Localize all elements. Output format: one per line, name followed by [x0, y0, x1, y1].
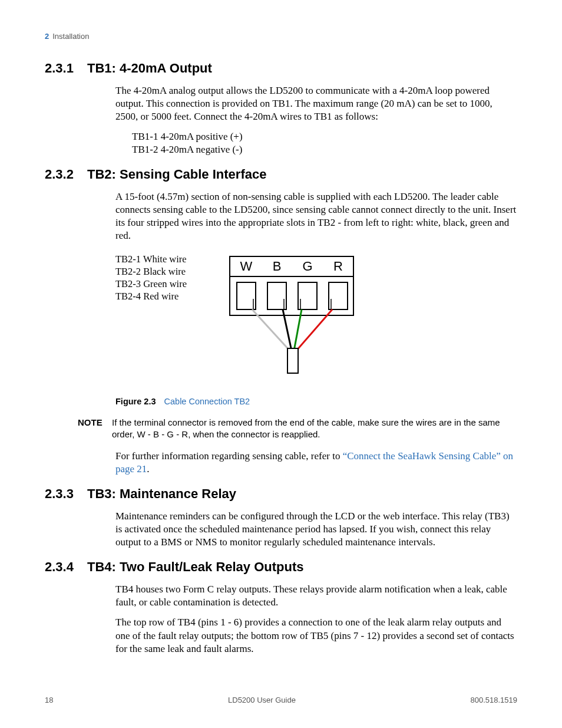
page-number: 18: [45, 696, 53, 704]
text-run: .: [147, 463, 149, 475]
section-heading: 2.3.3 TB3: Maintenance Relay: [45, 486, 517, 502]
section-heading: 2.3.2 TB2: Sensing Cable Interface: [45, 167, 517, 182]
body-text: The 4-20mA analog output allows the LD52…: [115, 84, 517, 156]
list-item: TB2-1 White wire: [115, 253, 216, 265]
section-231: 2.3.1 TB1: 4-20mA Output The 4-20mA anal…: [45, 61, 517, 156]
svg-rect-3: [267, 282, 286, 309]
paragraph: The 4-20mA analog output allows the LD52…: [115, 84, 517, 123]
section-title: TB3: Maintenance Relay: [87, 486, 517, 502]
note-body: If the terminal connector is removed fro…: [112, 417, 517, 440]
body-text: For further information regarding sensin…: [115, 450, 517, 476]
footer-right: 800.518.1519: [470, 696, 517, 704]
chapter-number: 2: [45, 32, 49, 41]
figure-number: Figure 2.3: [115, 397, 156, 406]
section-title: TB4: Two Fault/Leak Relay Outputs: [87, 559, 517, 575]
body-text: TB4 houses two Form C relay outputs. The…: [115, 583, 517, 655]
section-number: 2.3.1: [45, 61, 87, 76]
section-title: TB1: 4-20mA Output: [87, 61, 517, 76]
diagram-label-g: G: [302, 259, 312, 274]
svg-rect-2: [237, 282, 256, 309]
list-item: TB1-2 4-20mA negative (-): [132, 143, 517, 156]
list-item: TB2-4 Red wire: [115, 290, 216, 302]
pin-list: TB1-1 4-20mA positive (+) TB1-2 4-20mA n…: [132, 130, 517, 156]
note-block: NOTE If the terminal connector is remove…: [78, 417, 517, 440]
wire-list: TB2-1 White wire TB2-2 Black wire TB2-3 …: [115, 253, 216, 302]
tb2-row: TB2-1 White wire TB2-2 Black wire TB2-3 …: [115, 253, 517, 379]
section-title: TB2: Sensing Cable Interface: [87, 167, 517, 182]
figure-caption: Figure 2.3 Cable Connection TB2: [115, 397, 517, 406]
page: 2Installation 2.3.1 TB1: 4-20mA Output T…: [0, 0, 562, 728]
svg-rect-5: [329, 282, 348, 309]
chapter-title: Installation: [52, 32, 89, 41]
section-heading: 2.3.1 TB1: 4-20mA Output: [45, 61, 517, 76]
paragraph: TB4 houses two Form C relay outputs. The…: [115, 583, 517, 609]
list-item: TB2-2 Black wire: [115, 265, 216, 278]
section-number: 2.3.2: [45, 167, 87, 182]
body-text: Maintenance reminders can be configured …: [115, 510, 517, 549]
figure-title: Cable Connection TB2: [164, 397, 250, 406]
svg-rect-14: [287, 348, 298, 373]
list-item: TB1-1 4-20mA positive (+): [132, 130, 517, 143]
diagram-label-b: B: [273, 259, 282, 274]
diagram-label-r: R: [333, 259, 343, 274]
note-label: NOTE: [78, 417, 112, 440]
section-heading: 2.3.4 TB4: Two Fault/Leak Relay Outputs: [45, 559, 517, 575]
body-text: A 15-foot (4.57m) section of non-sensing…: [115, 190, 517, 242]
section-number: 2.3.4: [45, 559, 87, 575]
tb2-diagram: W B G R: [224, 253, 359, 379]
list-item: TB2-3 Green wire: [115, 278, 216, 290]
section-number: 2.3.3: [45, 486, 87, 502]
connector-diagram-icon: W B G R: [224, 253, 359, 377]
running-header: 2Installation: [45, 32, 517, 41]
text-run: For further information regarding sensin…: [115, 450, 343, 462]
diagram-label-w: W: [240, 259, 253, 274]
paragraph: The top row of TB4 (pins 1 - 6) provides…: [115, 616, 517, 655]
section-232: 2.3.2 TB2: Sensing Cable Interface A 15-…: [45, 167, 517, 476]
paragraph: Maintenance reminders can be configured …: [115, 510, 517, 549]
section-234: 2.3.4 TB4: Two Fault/Leak Relay Outputs …: [45, 559, 517, 655]
page-footer: 18 LD5200 User Guide 800.518.1519: [45, 696, 517, 704]
section-233: 2.3.3 TB3: Maintenance Relay Maintenance…: [45, 486, 517, 549]
paragraph: For further information regarding sensin…: [115, 450, 517, 476]
svg-rect-4: [298, 282, 317, 309]
footer-center: LD5200 User Guide: [228, 696, 296, 704]
paragraph: A 15-foot (4.57m) section of non-sensing…: [115, 190, 517, 242]
